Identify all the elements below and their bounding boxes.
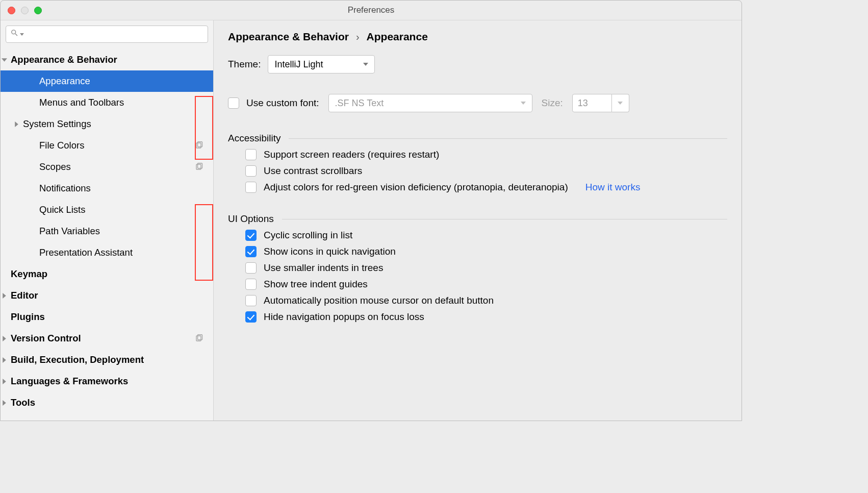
custom-font-label: Use custom font: — [246, 97, 319, 109]
checkbox[interactable] — [245, 311, 257, 323]
tree-item[interactable]: Keymap — [1, 263, 213, 285]
window-body: Appearance & BehaviorAppearanceMenus and… — [1, 20, 742, 421]
font-size-value[interactable]: 13 — [572, 94, 612, 112]
project-scope-icon — [195, 141, 203, 150]
preferences-window: Preferences Appearance & BehaviorAppeara… — [0, 0, 742, 421]
tree-item[interactable]: Notifications — [1, 178, 213, 199]
accessibility-section: Accessibility Support screen readers (re… — [228, 133, 727, 193]
checkbox-option[interactable]: Use contrast scrollbars — [245, 165, 727, 177]
chevron-right-icon[interactable] — [1, 378, 8, 385]
how-it-works-link[interactable]: How it works — [585, 182, 641, 193]
chevron-right-icon[interactable] — [1, 356, 8, 363]
theme-row: Theme: IntelliJ Light — [228, 55, 727, 73]
tree-item[interactable]: Appearance & Behavior — [1, 49, 213, 70]
tree-item[interactable]: Languages & Frameworks — [1, 371, 213, 392]
section-title: Accessibility — [228, 133, 280, 144]
checkbox-label: Use smaller indents in trees — [264, 262, 383, 274]
tree-item-label: Appearance & Behavior — [11, 54, 117, 65]
tree-item[interactable]: Build, Execution, Deployment — [1, 349, 213, 371]
custom-font-checkbox[interactable] — [228, 97, 239, 109]
ui-options-section: UI Options Cyclic scrolling in listShow … — [228, 213, 727, 323]
project-scope-icon — [195, 334, 203, 342]
chevron-down-icon[interactable] — [1, 56, 8, 63]
tree-item-label: Editor — [11, 290, 38, 301]
tree-item[interactable]: Path Variables — [1, 220, 213, 242]
checkbox-option[interactable]: Use smaller indents in trees — [245, 262, 727, 274]
checkbox-option[interactable]: Cyclic scrolling in list — [245, 230, 727, 241]
chevron-down-icon — [363, 63, 368, 66]
breadcrumb-separator-icon: › — [356, 31, 360, 43]
checkbox[interactable] — [245, 165, 257, 177]
checkbox[interactable] — [245, 182, 257, 193]
checkbox-label: Show icons in quick navigation — [264, 246, 396, 257]
checkbox[interactable] — [245, 262, 257, 274]
checkbox-label: Adjust colors for red-green vision defic… — [264, 182, 568, 193]
tree-item[interactable]: Menus and Toolbars — [1, 92, 213, 113]
search-icon — [10, 29, 19, 40]
tree-item[interactable]: File Colors — [1, 135, 213, 156]
checkbox-label: Hide navigation popups on focus loss — [264, 311, 424, 323]
checkbox[interactable] — [245, 230, 257, 241]
tree-item[interactable]: Scopes — [1, 156, 213, 178]
checkbox-option[interactable]: Automatically position mouse cursor on d… — [245, 295, 727, 306]
tree-item-label: Notifications — [39, 183, 91, 194]
chevron-down-icon — [618, 102, 623, 105]
custom-font-toggle[interactable]: Use custom font: — [228, 97, 319, 109]
checkbox[interactable] — [245, 295, 257, 306]
tree-item-label: Presentation Assistant — [39, 247, 133, 258]
divider — [282, 219, 727, 219]
font-size-stepper[interactable]: 13 — [572, 94, 629, 112]
custom-font-row: Use custom font: .SF NS Text Size: 13 — [228, 94, 727, 112]
window-title: Preferences — [1, 5, 742, 15]
tree-item-label: System Settings — [23, 118, 91, 130]
breadcrumb: Appearance & Behavior › Appearance — [228, 31, 727, 43]
chevron-right-icon[interactable] — [1, 292, 8, 299]
tree-item[interactable]: System Settings — [1, 113, 213, 135]
theme-select[interactable]: IntelliJ Light — [268, 55, 375, 73]
section-header: UI Options — [228, 213, 727, 225]
chevron-right-icon[interactable] — [1, 399, 8, 406]
checkbox-label: Support screen readers (requires restart… — [264, 149, 439, 160]
tree-item-label: Quick Lists — [39, 204, 85, 215]
section-header: Accessibility — [228, 133, 727, 144]
checkbox-option[interactable]: Adjust colors for red-green vision defic… — [245, 182, 727, 193]
checkbox-option[interactable]: Show tree indent guides — [245, 279, 727, 290]
section-title: UI Options — [228, 213, 274, 225]
tree-item-label: Keymap — [11, 268, 47, 280]
checkbox-option[interactable]: Hide navigation popups on focus loss — [245, 311, 727, 323]
tree-item-label: Build, Execution, Deployment — [11, 354, 144, 365]
tree-item-label: Scopes — [39, 161, 71, 172]
divider — [289, 138, 727, 139]
checkbox-option[interactable]: Support screen readers (requires restart… — [245, 149, 727, 160]
breadcrumb-parent[interactable]: Appearance & Behavior — [228, 31, 349, 43]
tree-item[interactable]: Appearance — [1, 70, 213, 92]
tree-item[interactable]: Version Control — [1, 328, 213, 349]
svg-rect-5 — [198, 335, 202, 340]
search-input[interactable] — [6, 26, 208, 43]
search-dropdown-icon — [20, 33, 24, 36]
checkbox-label: Automatically position mouse cursor on d… — [264, 295, 494, 306]
tree-item[interactable]: Editor — [1, 285, 213, 306]
checkbox-label: Cyclic scrolling in list — [264, 230, 352, 241]
search-wrap — [1, 20, 213, 46]
custom-font-value: .SF NS Text — [335, 98, 384, 109]
theme-value: IntelliJ Light — [274, 59, 323, 70]
checkbox[interactable] — [245, 149, 257, 160]
project-scope-icon — [195, 163, 203, 171]
svg-rect-3 — [198, 163, 202, 168]
tree-item-label: Languages & Frameworks — [11, 376, 128, 387]
sidebar: Appearance & BehaviorAppearanceMenus and… — [1, 20, 214, 421]
checkbox[interactable] — [245, 279, 257, 290]
font-size-dropdown[interactable] — [612, 94, 629, 112]
breadcrumb-current: Appearance — [367, 31, 428, 43]
custom-font-select[interactable]: .SF NS Text — [328, 94, 532, 112]
tree-item[interactable]: Presentation Assistant — [1, 242, 213, 263]
checkbox-option[interactable]: Show icons in quick navigation — [245, 246, 727, 257]
tree-item[interactable]: Plugins — [1, 306, 213, 328]
settings-tree: Appearance & BehaviorAppearanceMenus and… — [1, 46, 213, 421]
tree-item[interactable]: Tools — [1, 392, 213, 413]
chevron-right-icon[interactable] — [13, 120, 20, 128]
chevron-right-icon[interactable] — [1, 335, 8, 342]
tree-item[interactable]: Quick Lists — [1, 199, 213, 220]
checkbox[interactable] — [245, 246, 257, 257]
